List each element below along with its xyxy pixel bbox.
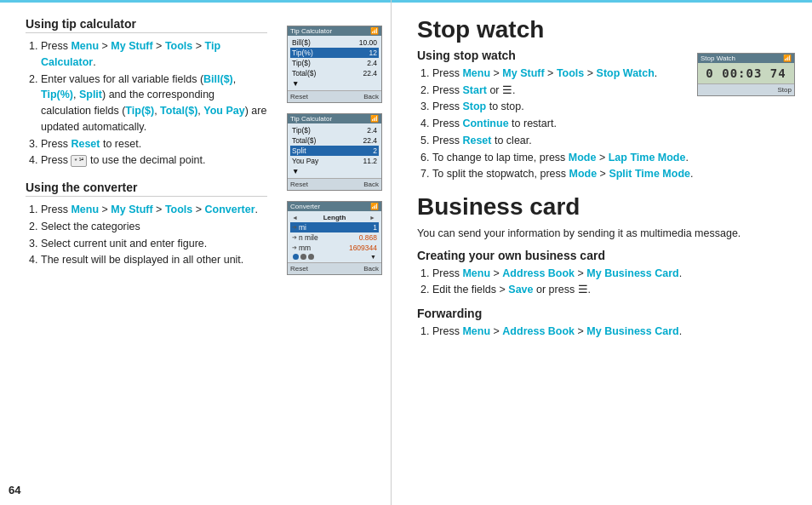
- conv-nmile-value: 0.868: [359, 233, 377, 242]
- sw-step-5: Press Reset to clear.: [432, 133, 795, 149]
- back-btn-1: Back: [363, 93, 379, 100]
- left-panel: Using tip calculator Press Menu > My Stu…: [0, 0, 392, 505]
- converter-heading: Using the converter: [26, 181, 267, 197]
- laptime-link: Lap Time Mode: [609, 152, 686, 164]
- total-value: 22.4: [363, 69, 377, 77]
- tip-calc-title-2: Tip Calculator: [290, 115, 332, 123]
- menu-link-bc2: Menu: [462, 325, 490, 337]
- converter-signal: 📶: [370, 203, 379, 210]
- stopwatch-footer: Stop: [698, 83, 794, 95]
- mystuff-link-sw: My Stuff: [502, 67, 544, 79]
- total-label: Total($): [292, 69, 316, 77]
- tip-signal-2: 📶: [370, 115, 379, 123]
- create-step-2: Edit the fields > Save or press ☰.: [432, 282, 795, 298]
- conv-step-1: Press Menu > My Stuff > Tools > Converte…: [41, 202, 267, 218]
- tip2-row-youpay: You Pay 11.2: [290, 156, 379, 166]
- tip-calc-screen-2: Tip Calculator 📶 Tip($) 2.4 Total($) 22.…: [287, 113, 382, 191]
- conv-arrow-nav: ▼: [370, 254, 376, 260]
- tip2-row-arrow: ▼: [290, 166, 379, 176]
- tip-row-bill: Bill($) 10.00: [290, 37, 379, 48]
- youpay-link: You Pay: [203, 105, 244, 117]
- converter-section: Using the converter Press Menu > My Stuf…: [26, 181, 267, 268]
- tip-calc-header-2: Tip Calculator 📶: [288, 114, 381, 123]
- conv-arrow-cat: ◄: [292, 215, 298, 221]
- conv-step-4: The result will be displayed in all othe…: [41, 252, 267, 268]
- mybizcard-link-1: My Business Card: [586, 267, 678, 279]
- tip-calc-footer-1: Reset Back: [288, 90, 381, 102]
- forward-step-1: Press Menu > Address Book > My Business …: [432, 324, 795, 340]
- addressbook-link-1: Address Book: [502, 267, 575, 279]
- tippct-link: Tip(%): [41, 89, 73, 100]
- dot-active: [293, 254, 299, 260]
- stop-btn: Stop: [778, 86, 792, 94]
- tip-calc-body-1: Bill($) 10.00 Tip(%) 12 Tip($) 2.4 Total…: [288, 36, 381, 90]
- conv-row-nmile: ➔ n mile 0.868: [290, 232, 379, 243]
- conv-back-btn: Back: [363, 265, 379, 273]
- business-card-heading: Business card: [417, 194, 795, 221]
- split-link: Split: [79, 89, 102, 100]
- tools-link-2: Tools: [165, 204, 192, 215]
- sw-step-3: Press Stop to stop.: [432, 99, 795, 115]
- stopwatch-display: 0 00:03 74: [698, 63, 794, 83]
- business-card-section: Business card You can send your informat…: [417, 194, 795, 340]
- mode-link-lap: Mode: [569, 152, 597, 164]
- converter-body: ◄ Length ► ➔ mi 1 ➔ n mile 0.868 ➔ mm: [288, 211, 381, 262]
- tip-row-arrow1: ▼: [290, 78, 379, 89]
- tip2-total-value: 22.4: [363, 136, 377, 145]
- business-card-intro: You can send your information by sending…: [417, 226, 795, 242]
- mystuff-link-2: My Stuff: [111, 204, 152, 215]
- continue-link: Continue: [462, 118, 508, 129]
- tippct-value: 12: [369, 49, 377, 57]
- addressbook-link-2: Address Book: [502, 325, 575, 337]
- tip2-youpay-label: You Pay: [292, 157, 318, 165]
- start-link: Start: [462, 84, 486, 96]
- conv-step-3: Select current unit and enter figure.: [41, 236, 267, 252]
- conv-arrow-mm: ➔: [292, 244, 297, 251]
- menu-link-1: Menu: [71, 40, 99, 52]
- mode-link-split: Mode: [569, 168, 598, 180]
- left-screens: Tip Calculator 📶 Bill($) 10.00 Tip(%) 12…: [287, 26, 382, 282]
- forwarding-heading: Forwarding: [417, 307, 795, 320]
- bill-value: 10.00: [359, 38, 377, 47]
- conv-arrow-mi: ➔: [292, 224, 297, 231]
- tipdollar-label: Tip($): [292, 59, 311, 67]
- mystuff-link-1: My Stuff: [111, 40, 152, 52]
- tip-calc-body-2: Tip($) 2.4 Total($) 22.4 Split 2 You Pay…: [288, 123, 381, 178]
- stopwatch-signal: 📶: [783, 55, 792, 62]
- conv-nmile-label: n mile: [299, 233, 318, 242]
- stopwatch-title: Stop Watch: [700, 55, 735, 62]
- stopwatch-header: Stop Watch 📶: [698, 54, 794, 63]
- stopwatch-section: Stop watch Stop Watch 📶 0 00:03 74 Stop …: [417, 17, 795, 182]
- menu-link-bc1: Menu: [462, 267, 490, 279]
- sw-step-7: To split the stopwatch, press Mode > Spl…: [432, 166, 795, 182]
- right-panel: Stop watch Stop Watch 📶 0 00:03 74 Stop …: [392, 0, 812, 505]
- stop-link: Stop: [462, 100, 486, 112]
- reset-link-1: Reset: [71, 138, 100, 150]
- splittime-link: Split Time Mode: [609, 168, 690, 180]
- tip-calc-title-1: Tip Calculator: [290, 27, 332, 35]
- tip2-row-split: Split 2: [290, 146, 379, 156]
- create-step-1: Press Menu > Address Book > My Business …: [432, 266, 795, 282]
- tools-link-sw: Tools: [557, 67, 584, 79]
- conv-dot-row: ▼: [290, 253, 379, 261]
- conv-row-mi: ➔ mi 1: [290, 222, 379, 232]
- reset-link-sw: Reset: [462, 135, 491, 146]
- tip-signal-1: 📶: [370, 27, 379, 35]
- sw-step-6: To change to lap time, press Mode > Lap …: [432, 150, 795, 166]
- tip-calculator-heading: Using tip calculator: [26, 17, 267, 33]
- conv-reset-btn: Reset: [290, 265, 308, 273]
- bill-link: Bill($): [203, 73, 233, 85]
- tip2-youpay-value: 11.2: [363, 157, 377, 165]
- tools-link-1: Tools: [165, 40, 192, 52]
- dot-inactive-1: [300, 254, 306, 260]
- conv-mm-value: 1609344: [349, 244, 377, 252]
- converter-steps: Press Menu > My Stuff > Tools > Converte…: [26, 202, 267, 268]
- tip2-tipdollar-label: Tip($): [292, 126, 311, 135]
- conv-mm-label: mm: [299, 244, 311, 252]
- tip-calculator-section: Using tip calculator Press Menu > My Stu…: [26, 17, 267, 169]
- mybizcard-link-2: My Business Card: [586, 325, 678, 337]
- tip-row-tipdollar: Tip($) 2.4: [290, 58, 379, 68]
- decimal-key: * ¹⁴: [71, 155, 87, 167]
- tipdollar-value: 2.4: [367, 59, 377, 67]
- conv-cat-row: ◄ Length ►: [290, 213, 379, 222]
